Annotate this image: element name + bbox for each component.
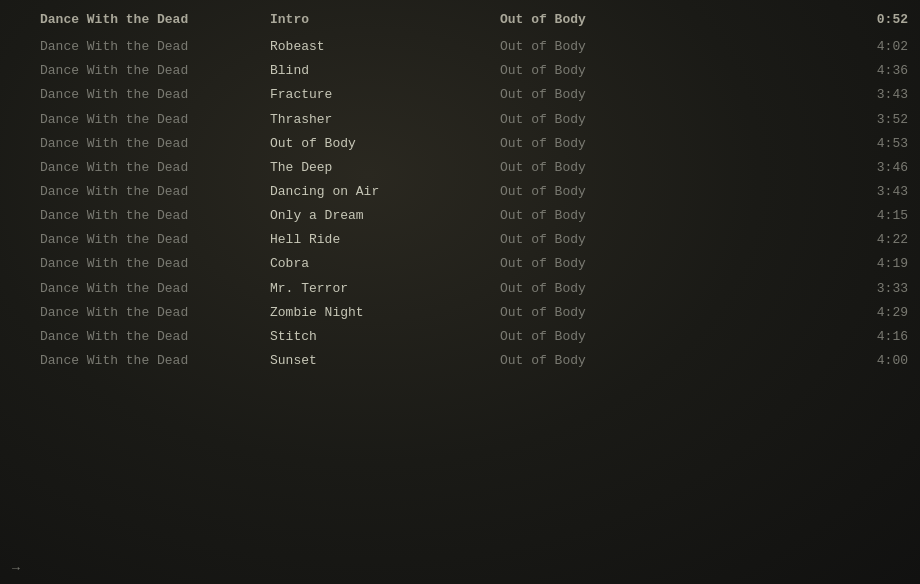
track-album: Out of Body [500,230,700,250]
track-empty [700,254,858,274]
track-artist: Dance With the Dead [40,134,270,154]
track-row[interactable]: Dance With the Dead Only a Dream Out of … [0,204,920,228]
track-album: Out of Body [500,279,700,299]
track-album: Out of Body [500,158,700,178]
track-title: Thrasher [270,110,500,130]
track-album: Out of Body [500,303,700,323]
track-title: Zombie Night [270,303,500,323]
track-row[interactable]: Dance With the Dead Thrasher Out of Body… [0,108,920,132]
track-artist: Dance With the Dead [40,230,270,250]
track-album: Out of Body [500,327,700,347]
track-row[interactable]: Dance With the Dead The Deep Out of Body… [0,156,920,180]
track-artist: Dance With the Dead [40,206,270,226]
track-album: Out of Body [500,351,700,371]
track-title: Stitch [270,327,500,347]
track-album: Out of Body [500,61,700,81]
track-title: Out of Body [270,134,500,154]
track-duration: 3:52 [858,110,908,130]
track-album: Out of Body [500,37,700,57]
track-title: Dancing on Air [270,182,500,202]
track-artist: Dance With the Dead [40,158,270,178]
track-duration: 3:43 [858,182,908,202]
track-artist: Dance With the Dead [40,254,270,274]
track-empty [700,182,858,202]
track-duration: 4:53 [858,134,908,154]
track-empty [700,351,858,371]
track-empty [700,85,858,105]
track-empty [700,110,858,130]
track-empty [700,61,858,81]
track-album: Out of Body [500,134,700,154]
track-artist: Dance With the Dead [40,351,270,371]
track-empty [700,303,858,323]
track-title: Only a Dream [270,206,500,226]
track-artist: Dance With the Dead [40,61,270,81]
header-artist: Dance With the Dead [40,10,270,30]
header-duration: 0:52 [858,10,908,30]
track-title: Cobra [270,254,500,274]
track-row[interactable]: Dance With the Dead Sunset Out of Body 4… [0,349,920,373]
track-duration: 4:00 [858,351,908,371]
track-row[interactable]: Dance With the Dead Out of Body Out of B… [0,132,920,156]
track-title: Blind [270,61,500,81]
track-album: Out of Body [500,206,700,226]
track-row[interactable]: Dance With the Dead Hell Ride Out of Bod… [0,228,920,252]
track-duration: 4:15 [858,206,908,226]
track-row[interactable]: Dance With the Dead Blind Out of Body 4:… [0,59,920,83]
track-empty [700,279,858,299]
header-title: Intro [270,10,500,30]
track-list: Dance With the Dead Intro Out of Body 0:… [0,0,920,381]
track-duration: 3:43 [858,85,908,105]
track-empty [700,37,858,57]
track-artist: Dance With the Dead [40,303,270,323]
track-row[interactable]: Dance With the Dead Fracture Out of Body… [0,83,920,107]
track-artist: Dance With the Dead [40,182,270,202]
track-album: Out of Body [500,85,700,105]
track-duration: 4:36 [858,61,908,81]
track-empty [700,134,858,154]
track-row[interactable]: Dance With the Dead Dancing on Air Out o… [0,180,920,204]
track-title: Mr. Terror [270,279,500,299]
track-artist: Dance With the Dead [40,279,270,299]
track-row[interactable]: Dance With the Dead Mr. Terror Out of Bo… [0,277,920,301]
track-row[interactable]: Dance With the Dead Robeast Out of Body … [0,35,920,59]
track-title: Robeast [270,37,500,57]
track-artist: Dance With the Dead [40,327,270,347]
track-empty [700,206,858,226]
header-album: Out of Body [500,10,700,30]
track-list-header: Dance With the Dead Intro Out of Body 0:… [0,8,920,33]
track-album: Out of Body [500,110,700,130]
track-duration: 4:29 [858,303,908,323]
track-duration: 4:02 [858,37,908,57]
track-duration: 4:16 [858,327,908,347]
track-album: Out of Body [500,254,700,274]
track-duration: 3:46 [858,158,908,178]
track-title: Hell Ride [270,230,500,250]
track-artist: Dance With the Dead [40,85,270,105]
track-duration: 3:33 [858,279,908,299]
track-title: The Deep [270,158,500,178]
track-row[interactable]: Dance With the Dead Zombie Night Out of … [0,301,920,325]
track-artist: Dance With the Dead [40,37,270,57]
track-row[interactable]: Dance With the Dead Cobra Out of Body 4:… [0,252,920,276]
arrow-indicator: → [12,561,20,576]
track-empty [700,230,858,250]
track-artist: Dance With the Dead [40,110,270,130]
track-title: Fracture [270,85,500,105]
track-duration: 4:19 [858,254,908,274]
track-album: Out of Body [500,182,700,202]
header-empty [700,10,858,30]
track-duration: 4:22 [858,230,908,250]
track-title: Sunset [270,351,500,371]
track-empty [700,327,858,347]
track-empty [700,158,858,178]
track-row[interactable]: Dance With the Dead Stitch Out of Body 4… [0,325,920,349]
